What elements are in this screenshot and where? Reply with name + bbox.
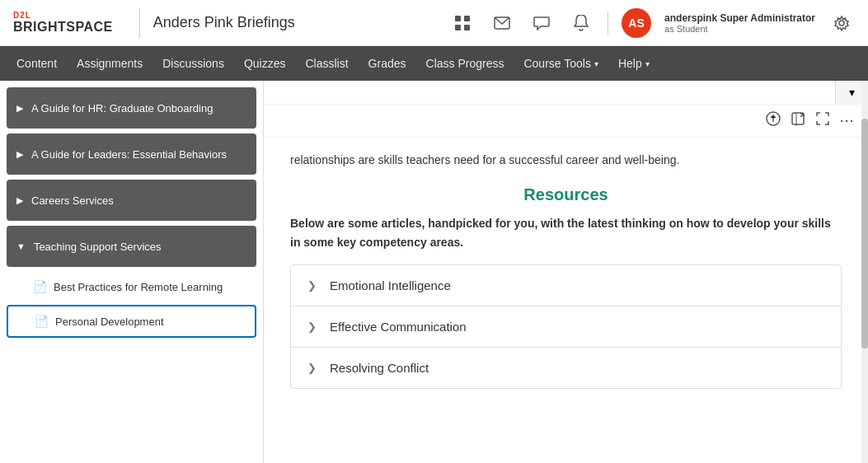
svg-point-5 (839, 21, 844, 26)
nav-course-tools[interactable]: Course Tools ▾ (514, 46, 608, 81)
mail-icon[interactable] (489, 10, 515, 36)
course-tools-chevron-icon: ▾ (594, 59, 598, 68)
svg-rect-1 (464, 16, 470, 21)
accordion-arrow-icon: ❯ (307, 279, 317, 292)
content-intro: relationships are skills teachers need f… (290, 151, 842, 169)
chevron-row: ▾ (264, 81, 868, 105)
accordion-label-emotional-intelligence: Emotional Intelligence (330, 278, 451, 292)
svg-rect-2 (455, 25, 461, 30)
document-icon: 📄 (33, 280, 47, 293)
user-avatar[interactable]: AS (622, 8, 651, 38)
chat-icon[interactable] (528, 10, 555, 36)
logo-brightspace: BRIGHTSPACE (13, 20, 113, 35)
top-header: D2L BRIGHTSPACE Anders Pink Briefings AS… (0, 0, 868, 46)
sidebar: ▶ A Guide for HR: Graduate Onboarding ▶ … (0, 81, 264, 463)
bell-icon[interactable] (568, 10, 594, 36)
nav-content[interactable]: Content (7, 46, 67, 81)
accordion-arrow-icon-3: ❯ (307, 362, 317, 374)
accordion-item-effective-communication[interactable]: ❯ Effective Communication (290, 306, 842, 348)
icon-divider (608, 12, 608, 35)
accordion-item-resolving-conflict[interactable]: ❯ Resolving Conflict (290, 347, 842, 389)
chevron-right-icon-3: ▶ (16, 195, 23, 206)
chevron-right-icon: ▶ (16, 103, 23, 114)
content-area: ▾ ··· relationships are skills teachers … (264, 81, 868, 463)
scroll-thumb (861, 119, 868, 348)
user-role: as Student (664, 24, 815, 34)
content-body: relationships are skills teachers need f… (264, 138, 868, 401)
nav-course-tools-label: Course Tools (523, 57, 590, 70)
sidebar-item-teaching-label: Teaching Support Services (34, 241, 162, 253)
nav-assignments[interactable]: Assignments (67, 46, 152, 81)
chevron-down-icon: ▼ (16, 241, 26, 251)
sidebar-active-item-personal-dev[interactable]: 📄 Personal Development (7, 305, 256, 338)
fullscreen-icon[interactable] (815, 111, 830, 130)
logo-d2l: D2L (13, 11, 113, 20)
main-layout: ▶ A Guide for HR: Graduate Onboarding ▶ … (0, 81, 868, 463)
nav-grades[interactable]: Grades (359, 46, 416, 81)
sidebar-sub-item-best-practices[interactable]: 📄 Best Practices for Remote Learning (7, 272, 256, 302)
accordion-list: ❯ Emotional Intelligence ❯ Effective Com… (290, 264, 842, 389)
accordion-label-resolving-conflict: Resolving Conflict (330, 361, 429, 375)
document-icon-2: 📄 (35, 315, 49, 328)
sidebar-item-guide-leaders[interactable]: ▶ A Guide for Leaders: Essential Behavio… (7, 133, 256, 175)
sidebar-item-teaching[interactable]: ▼ Teaching Support Services (7, 226, 256, 267)
share-icon[interactable] (791, 111, 805, 130)
more-options-icon[interactable]: ··· (840, 115, 855, 128)
gear-icon[interactable] (828, 10, 855, 36)
nav-quizzes[interactable]: Quizzes (234, 46, 296, 81)
header-divider (139, 8, 140, 38)
nav-help[interactable]: Help ▾ (608, 46, 659, 81)
nav-bar: Content Assignments Discussions Quizzes … (0, 46, 868, 81)
upload-icon[interactable] (766, 111, 781, 130)
nav-class-progress[interactable]: Class Progress (416, 46, 514, 81)
help-chevron-icon: ▾ (645, 59, 650, 68)
accordion-item-emotional-intelligence[interactable]: ❯ Emotional Intelligence (290, 264, 842, 306)
sidebar-item-guide-hr-label: A Guide for HR: Graduate Onboarding (31, 102, 213, 115)
sidebar-active-item-personal-dev-label: Personal Development (55, 316, 164, 328)
course-title: Anders Pink Briefings (153, 14, 449, 31)
chevron-right-icon-2: ▶ (16, 149, 23, 160)
sidebar-item-guide-leaders-label: A Guide for Leaders: Essential Behaviors (31, 148, 227, 161)
nav-discussions[interactable]: Discussions (152, 46, 234, 81)
nav-help-label: Help (618, 57, 642, 70)
accordion-arrow-icon-2: ❯ (307, 320, 317, 333)
header-icons: AS anderspink Super Administrator as Stu… (449, 8, 855, 38)
sidebar-item-guide-hr[interactable]: ▶ A Guide for HR: Graduate Onboarding (7, 87, 256, 129)
logo-area: D2L BRIGHTSPACE (13, 11, 113, 35)
scrollbar[interactable] (861, 81, 868, 463)
apps-icon[interactable] (449, 10, 476, 36)
user-name: anderspink Super Administrator (664, 12, 815, 24)
sidebar-sub-item-best-practices-label: Best Practices for Remote Learning (54, 281, 223, 293)
user-info: anderspink Super Administrator as Studen… (664, 12, 815, 34)
accordion-label-effective-communication: Effective Communication (330, 320, 467, 334)
resources-description: Below are some articles, handpicked for … (290, 214, 842, 251)
resources-title: Resources (290, 185, 842, 204)
svg-rect-0 (455, 16, 461, 21)
sidebar-item-careers-label: Careers Services (31, 194, 114, 207)
nav-classlist[interactable]: Classlist (295, 46, 358, 81)
svg-rect-3 (464, 25, 470, 30)
content-toolbar: ··· (264, 105, 868, 138)
sidebar-item-careers[interactable]: ▶ Careers Services (7, 180, 256, 221)
